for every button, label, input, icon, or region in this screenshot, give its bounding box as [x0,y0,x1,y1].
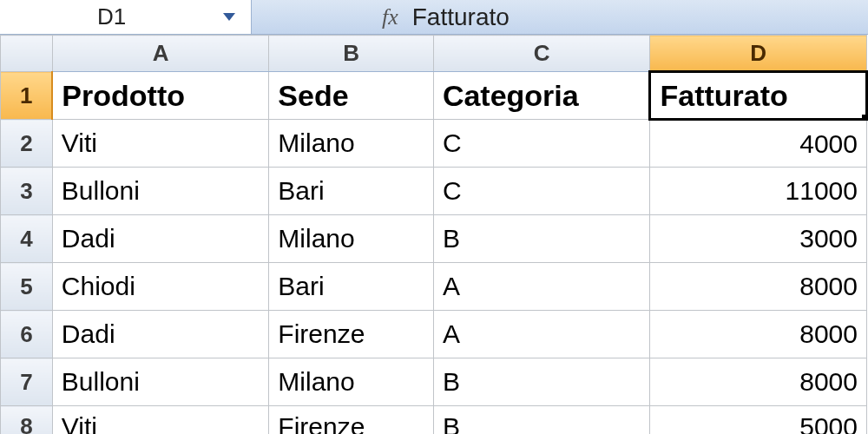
select-all-corner[interactable] [1,36,53,72]
row-header-1[interactable]: 1 [1,72,53,120]
cell-D2[interactable]: 4000 [650,120,867,168]
cell-D4[interactable]: 3000 [650,215,867,263]
column-header-A[interactable]: A [52,36,268,72]
cell-C2[interactable]: C [433,120,650,168]
cell-A6[interactable]: Dadi [52,311,268,358]
name-box[interactable]: D1 [0,0,252,34]
column-header-B[interactable]: B [269,36,434,72]
formula-input-wrap[interactable]: fx Fatturato [252,3,510,31]
cell-C1[interactable]: Categoria [433,72,650,120]
row-header-6[interactable]: 6 [1,311,53,358]
row-8: 8 Viti Firenze B 5000 [1,406,867,435]
row-6: 6 Dadi Firenze A 8000 [1,311,867,358]
row-header-3[interactable]: 3 [1,168,53,215]
row-header-2[interactable]: 2 [1,120,53,168]
cell-B4[interactable]: Milano [269,215,434,263]
cell-D1[interactable]: Fatturato [650,72,867,120]
row-header-4[interactable]: 4 [1,215,53,263]
name-box-dropdown-icon[interactable] [223,13,235,21]
row-3: 3 Bulloni Bari C 11000 [1,168,867,215]
cell-B2[interactable]: Milano [269,120,434,168]
cell-A3[interactable]: Bulloni [52,168,268,215]
cell-A1[interactable]: Prodotto [52,72,268,120]
cell-D7[interactable]: 8000 [650,358,867,406]
cell-D3[interactable]: 11000 [650,168,867,215]
cell-C4[interactable]: B [433,215,650,263]
cell-D5[interactable]: 8000 [650,263,867,311]
cell-A5[interactable]: Chiodi [52,263,268,311]
cell-B5[interactable]: Bari [269,263,434,311]
row-header-7[interactable]: 7 [1,358,53,406]
row-header-8[interactable]: 8 [1,406,53,435]
cell-A4[interactable]: Dadi [52,215,268,263]
column-header-row: A B C D [1,36,867,72]
cell-A7[interactable]: Bulloni [52,358,268,406]
row-5: 5 Chiodi Bari A 8000 [1,263,867,311]
cell-B7[interactable]: Milano [269,358,434,406]
column-header-D[interactable]: D [650,36,867,72]
row-header-5[interactable]: 5 [1,263,53,311]
cell-D8[interactable]: 5000 [650,406,867,435]
formula-bar: D1 fx Fatturato [0,0,868,35]
column-header-C[interactable]: C [433,36,650,72]
cell-C3[interactable]: C [433,168,650,215]
name-box-value: D1 [0,3,223,30]
formula-input-value[interactable]: Fatturato [412,3,510,31]
cell-A2[interactable]: Viti [52,120,268,168]
cell-B1[interactable]: Sede [269,72,434,120]
row-7: 7 Bulloni Milano B 8000 [1,358,867,406]
cell-C7[interactable]: B [433,358,650,406]
cell-C8[interactable]: B [433,406,650,435]
cell-C6[interactable]: A [433,311,650,358]
fx-icon[interactable]: fx [382,4,402,30]
cell-D6[interactable]: 8000 [650,311,867,358]
cell-C5[interactable]: A [433,263,650,311]
row-1: 1 Prodotto Sede Categoria Fatturato [1,72,867,120]
spreadsheet-grid[interactable]: A B C D 1 Prodotto Sede Categoria Fattur… [0,35,868,434]
cell-B3[interactable]: Bari [269,168,434,215]
row-2: 2 Viti Milano C 4000 [1,120,867,168]
cell-B6[interactable]: Firenze [269,311,434,358]
cell-A8[interactable]: Viti [52,406,268,435]
row-4: 4 Dadi Milano B 3000 [1,215,867,263]
cell-B8[interactable]: Firenze [269,406,434,435]
